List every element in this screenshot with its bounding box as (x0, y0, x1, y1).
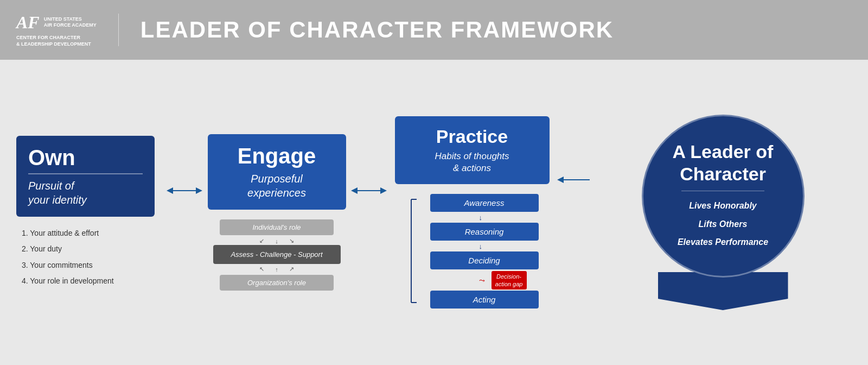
own-divider (28, 173, 143, 174)
own-column: Own Pursuit of your identity 1. Your att… (16, 136, 163, 290)
arrow-practice-leader (556, 175, 594, 185)
header: AF UNITED STATES AIR FORCE ACADEMY CENTE… (0, 0, 868, 60)
leader-qualities: Lives Honorably Lifts Others Elevates Pe… (678, 197, 768, 251)
quality-1: Lives Honorably (678, 197, 768, 215)
practice-column: Practice Habits of thoughts & actions Aw… (388, 116, 556, 309)
practice-subtitle: Habits of thoughts & actions (407, 150, 538, 174)
own-subtitle: Pursuit of your identity (28, 179, 143, 207)
leader-circle-divider (681, 191, 764, 191)
own-box: Own Pursuit of your identity (16, 136, 155, 217)
arrow-own-engage (165, 186, 203, 196)
header-divider (118, 14, 119, 46)
step-acting: Acting (430, 291, 539, 309)
steps-container: Awareness ↓ Reasoning ↓ Deciding ⤳ Decis… (395, 194, 550, 309)
leader-title: A Leader of Character (673, 141, 774, 185)
steps-list: Awareness ↓ Reasoning ↓ Deciding ⤳ Decis… (430, 194, 544, 309)
arrow-up-left: ↖ (259, 266, 264, 273)
quality-2: Lifts Others (678, 215, 768, 234)
decision-gap-label: Decision- action gap (492, 271, 527, 290)
practice-box: Practice Habits of thoughts & actions (395, 116, 550, 184)
own-title: Own (28, 146, 143, 170)
own-list-item: 2. Your duty (22, 241, 114, 257)
leader-column: A Leader of Character Lives Honorably Li… (594, 115, 852, 310)
step-arrow-1: ↓ (479, 213, 483, 222)
role-arrows-bottom: ↖ ↑ ↗ (259, 266, 294, 273)
own-list-item: 4. Your role in development (22, 273, 114, 289)
engage-subtitle: Purposeful experiences (220, 172, 334, 200)
logo-block: AF UNITED STATES AIR FORCE ACADEMY CENTE… (16, 12, 97, 47)
assess-box: Assess - Challenge - Support (213, 245, 341, 264)
step-awareness: Awareness (430, 194, 539, 212)
individual-role-box: Individual's role (220, 219, 334, 235)
own-list-item: 1. Your attitude & effort (22, 225, 114, 241)
own-list-item: 3. Your commitments (22, 257, 114, 273)
role-arrows-top: ↙ ↓ ↘ (259, 237, 294, 244)
engage-title: Engage (220, 144, 334, 168)
step-deciding: Deciding (430, 251, 539, 269)
arrow-up: ↑ (275, 266, 278, 273)
logo-center: CENTER FOR CHARACTER & LEADERSHIP DEVELO… (16, 35, 91, 47)
practice-title: Practice (407, 126, 538, 147)
leader-circle: A Leader of Character Lives Honorably Li… (642, 115, 805, 278)
main-content: Own Pursuit of your identity 1. Your att… (0, 60, 868, 365)
quality-3: Elevates Performance (678, 233, 768, 251)
own-list: 1. Your attitude & effort 2. Your duty 3… (22, 225, 114, 290)
logo-institution: UNITED STATES AIR FORCE ACADEMY (44, 16, 97, 29)
steps-bracket-svg (400, 194, 417, 308)
org-role-box: Organization's role (220, 275, 334, 291)
step-reasoning: Reasoning (430, 223, 539, 241)
step-arrow-2: ↓ (479, 242, 483, 250)
step-arrow-dashed: ⤳ (479, 276, 486, 285)
arrow-down-right: ↘ (289, 237, 294, 244)
arrow-down-left: ↙ (259, 237, 264, 244)
engage-box: Engage Purposeful experiences (208, 134, 346, 210)
role-stack: Individual's role ↙ ↓ ↘ Assess - Challen… (208, 219, 346, 291)
arrow-engage-practice (350, 186, 388, 196)
leader-ribbon (658, 272, 788, 310)
arrow-down: ↓ (275, 238, 278, 244)
dashed-arrow-row: ⤳ Decision- action gap (430, 271, 527, 290)
engage-column: Engage Purposeful experiences Individual… (203, 134, 350, 291)
page-title: LEADER OF CHARACTER FRAMEWORK (141, 17, 614, 43)
arrow-up-right: ↗ (289, 266, 294, 273)
logo-af-letters: AF (16, 12, 40, 33)
